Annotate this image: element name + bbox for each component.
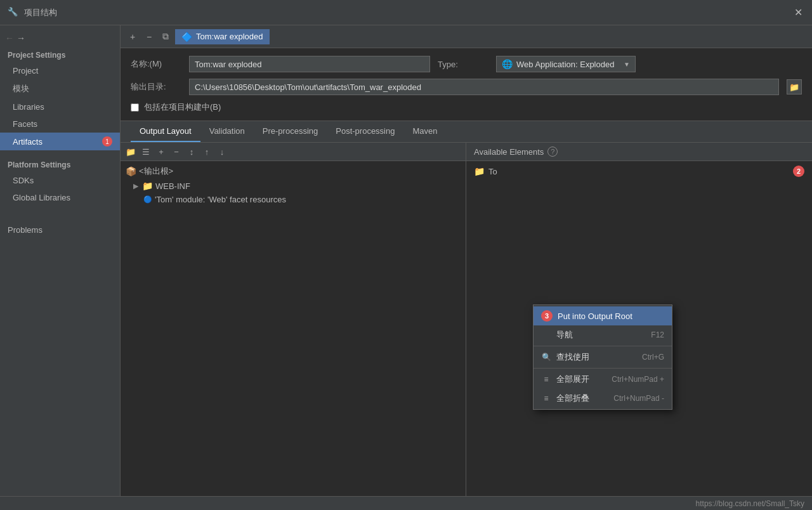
left-panel-toolbar: 📁 ☰ + − ↕ ↑ ↓ [121,143,466,161]
sidebar-item-problems[interactable]: Problems [0,221,120,239]
tree-item-output-root[interactable]: 📦 <输出根> [121,164,466,179]
menu-separator-2 [534,368,672,369]
remove-element-button[interactable]: − [170,145,183,158]
artifact-type-icon: 🔷 [181,32,192,42]
tab-post-processing[interactable]: Post-processing [327,121,403,142]
status-bar-text: https://blog.csdn.net/Small_Tsky [696,499,804,508]
project-settings-header: Project Settings [0,46,120,62]
find-icon: 🔍 [541,352,551,362]
tabs-bar: Output Layout Validation Pre-processing … [121,121,812,143]
nav-forward[interactable]: → [16,33,25,43]
sidebar: ← → Project Settings Project 模块 Librarie… [0,25,121,510]
menu-item-expand-all[interactable]: ≡ 全部展开 Ctrl+NumPad + [534,370,672,389]
sidebar-item-facets[interactable]: Facets [0,115,120,133]
sort-button[interactable]: ↕ [185,145,198,158]
menu-separator-1 [534,346,672,346]
output-dir-row: 输出目录: 📁 [131,79,802,95]
add-element-button[interactable]: + [155,145,167,158]
selected-artifact[interactable]: 🔷 Tom:war exploded [175,29,270,44]
menu-item-find-usages[interactable]: 🔍 查找使用 Ctrl+G [534,348,672,367]
resource-icon: 🔵 [143,195,152,204]
name-row: 名称:(M) Type: 🌐 Web Application: Exploded… [131,56,802,72]
close-button[interactable]: ✕ [794,8,804,18]
expand-all-icon: ≡ [541,374,551,384]
type-value: Web Application: Exploded [516,60,614,69]
menu-item-navigate[interactable]: 导航 F12 [534,325,672,344]
content-area: + − ⧉ 🔷 Tom:war exploded 名称:(M) Type: 🌐 … [121,25,812,510]
sidebar-item-module[interactable]: 模块 [0,79,120,98]
available-elements-header: Available Elements ? [466,143,812,161]
type-select-icon: 🌐 [502,59,513,69]
platform-settings-section: Platform Settings SDKs Global Libraries [0,155,120,206]
menu-item-collapse-all[interactable]: ≡ 全部折叠 Ctrl+NumPad - [534,389,672,408]
type-dropdown[interactable]: 🌐 Web Application: Exploded ▼ [496,56,636,72]
available-elements-label: Available Elements [474,147,544,157]
app-icon: 🔧 [8,7,19,18]
title-bar: 🔧 项目结构 ✕ [0,0,812,25]
add-artifact-button[interactable]: + [126,30,140,44]
right-tree-badge: 2 [793,166,804,177]
menu-item-put-into-output-root[interactable]: 3 Put into Output Root [534,306,672,325]
tab-output-layout[interactable]: Output Layout [131,121,200,142]
tree-item-resources[interactable]: 🔵 'Tom' module: 'Web' facet resources [121,193,466,206]
status-bar: https://blog.csdn.net/Small_Tsky [0,496,812,510]
title-left: 🔧 项目结构 [8,7,57,18]
left-tree: 📦 <输出根> ▶ 📁 WEB-INF 🔵 'Tom' module: 'Web… [121,161,466,510]
checkbox-row: 包括在项目构建中(B) [131,101,802,113]
collapse-all-icon: ≡ [541,393,551,403]
sidebar-item-global-libraries[interactable]: Global Libraries [0,189,120,206]
sidebar-spacer [0,206,120,216]
tab-validation[interactable]: Validation [200,121,254,142]
sidebar-item-artifacts[interactable]: Artifacts 1 [0,133,120,150]
nav-back[interactable]: ← [5,33,14,43]
artifact-toolbar: + − ⧉ 🔷 Tom:war exploded [121,25,812,48]
tab-pre-processing[interactable]: Pre-processing [254,121,327,142]
show-list-button[interactable]: ☰ [140,145,152,158]
split-panel: 📁 ☰ + − ↕ ↑ ↓ 📦 <输出根> ▶ 📁 [121,143,812,510]
move-up-button[interactable]: ↑ [200,145,213,158]
output-root-icon: 📦 [126,166,136,176]
include-in-build-checkbox[interactable] [131,103,139,112]
output-layout-panel: 📁 ☰ + − ↕ ↑ ↓ 📦 <输出根> ▶ 📁 [121,143,466,510]
webinf-expand-arrow: ▶ [133,182,138,190]
form-area: 名称:(M) Type: 🌐 Web Application: Exploded… [121,48,812,121]
folder-icon: 📁 [142,181,153,191]
artifacts-badge: 1 [102,136,112,147]
right-tree-item-to[interactable]: 📁 To 2 [466,164,812,179]
menu-item-badge-3: 3 [541,310,553,322]
window-title: 项目结构 [24,7,57,18]
sidebar-nav: ← → [0,30,120,46]
dropdown-arrow-icon: ▼ [624,61,630,68]
sidebar-item-sdks[interactable]: SDKs [0,172,120,189]
navigate-icon [541,330,551,340]
tab-maven[interactable]: Maven [403,121,446,142]
name-label: 名称:(M) [131,58,181,70]
include-in-build-label: 包括在项目构建中(B) [144,101,221,113]
output-dir-input[interactable] [189,79,779,95]
move-down-button[interactable]: ↓ [216,145,228,158]
right-folder-icon: 📁 [474,166,485,176]
artifact-name: Tom:war exploded [196,32,263,41]
type-label: Type: [438,60,488,69]
sidebar-item-libraries[interactable]: Libraries [0,98,120,115]
platform-settings-header: Platform Settings [0,155,120,172]
show-dir-button[interactable]: 📁 [124,145,137,158]
sidebar-item-project[interactable]: Project [0,62,120,79]
output-dir-label: 输出目录: [131,81,181,93]
context-menu: 3 Put into Output Root 导航 F12 🔍 查找使用 Ctr… [533,304,672,410]
remove-artifact-button[interactable]: − [142,30,156,44]
main-layout: ← → Project Settings Project 模块 Librarie… [0,25,812,510]
tree-item-webinf[interactable]: ▶ 📁 WEB-INF [121,179,466,193]
copy-artifact-button[interactable]: ⧉ [159,30,173,44]
name-input[interactable] [189,56,430,72]
help-icon[interactable]: ? [547,147,558,157]
browse-folder-button[interactable]: 📁 [787,79,802,95]
